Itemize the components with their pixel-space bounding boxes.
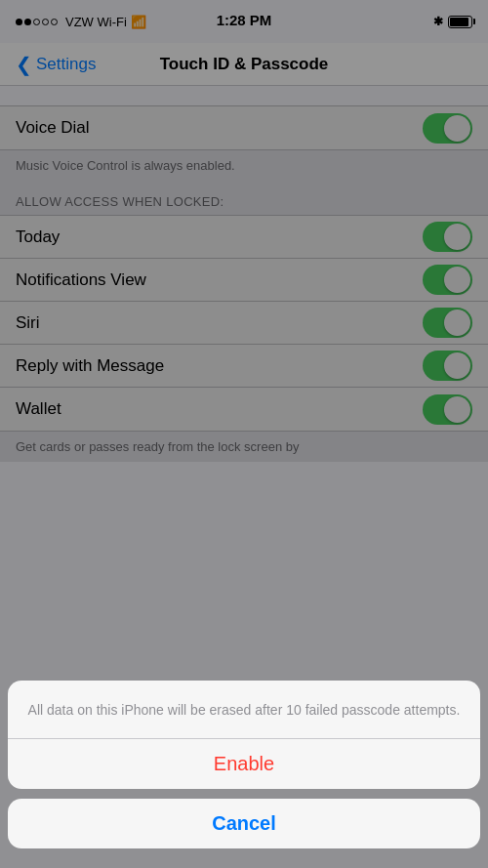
alert-message: All data on this iPhone will be erased a… xyxy=(8,681,480,739)
alert-top-sheet: All data on this iPhone will be erased a… xyxy=(8,681,480,789)
enable-button[interactable]: Enable xyxy=(8,739,480,789)
alert-container: All data on this iPhone will be erased a… xyxy=(0,681,488,868)
cancel-button[interactable]: Cancel xyxy=(8,799,480,848)
